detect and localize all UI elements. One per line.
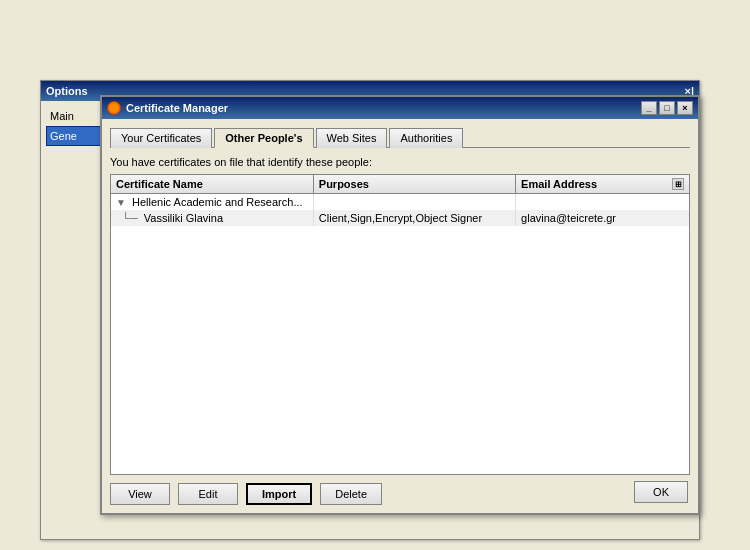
maximize-button[interactable]: □ xyxy=(659,101,675,115)
import-button[interactable]: Import xyxy=(246,483,312,505)
certificates-table: Certificate Name Purposes Email Address … xyxy=(111,175,689,226)
action-buttons: View Edit Import Delete xyxy=(110,483,690,505)
col-header-cert-name: Certificate Name xyxy=(111,175,313,194)
cert-name-cell: └─ Vassiliki Glavina xyxy=(111,210,313,226)
table-header-row: Certificate Name Purposes Email Address … xyxy=(111,175,689,194)
tabs-container: Your Certificates Other People's Web Sit… xyxy=(110,127,690,148)
table-row: ▼ Hellenic Academic and Research... xyxy=(111,194,689,211)
dialog-body: Your Certificates Other People's Web Sit… xyxy=(102,119,698,513)
titlebar-buttons: _ □ × xyxy=(641,101,693,115)
tab-your-certificates[interactable]: Your Certificates xyxy=(110,128,212,148)
certificates-table-container: Certificate Name Purposes Email Address … xyxy=(110,174,690,475)
tree-line-icon: └─ xyxy=(116,212,138,224)
cert-email-cell: glavina@teicrete.gr xyxy=(516,210,689,226)
tab-web-sites[interactable]: Web Sites xyxy=(316,128,388,148)
cert-name-label: Vassiliki Glavina xyxy=(144,212,223,224)
edit-button[interactable]: Edit xyxy=(178,483,238,505)
group-label: Hellenic Academic and Research... xyxy=(132,196,303,208)
cert-purposes-cell: Client,Sign,Encrypt,Object Signer xyxy=(313,210,515,226)
tab-authorities[interactable]: Authorities xyxy=(389,128,463,148)
options-title: Options xyxy=(46,85,88,97)
dialog-title: Certificate Manager xyxy=(126,102,228,114)
col-header-purposes: Purposes xyxy=(313,175,515,194)
col-resize-icon[interactable]: ⊞ xyxy=(672,178,684,190)
certificate-manager-dialog: Certificate Manager _ □ × Your Certifica… xyxy=(100,95,700,515)
delete-button[interactable]: Delete xyxy=(320,483,382,505)
group-purposes-cell xyxy=(313,194,515,211)
group-name-cell: ▼ Hellenic Academic and Research... xyxy=(111,194,313,211)
group-email-cell xyxy=(516,194,689,211)
ok-row: OK xyxy=(634,481,688,503)
table-row: └─ Vassiliki Glavina Client,Sign,Encrypt… xyxy=(111,210,689,226)
tree-expand-icon[interactable]: ▼ xyxy=(116,197,126,208)
view-button[interactable]: View xyxy=(110,483,170,505)
tab-other-peoples[interactable]: Other People's xyxy=(214,128,313,148)
firefox-icon xyxy=(107,101,121,115)
close-button[interactable]: × xyxy=(677,101,693,115)
table-body: ▼ Hellenic Academic and Research... └─ V… xyxy=(111,194,689,227)
titlebar-left: Certificate Manager xyxy=(107,101,228,115)
col-header-email: Email Address ⊞ xyxy=(516,175,689,194)
description-text: You have certificates on file that ident… xyxy=(110,156,690,168)
minimize-button[interactable]: _ xyxy=(641,101,657,115)
dialog-titlebar: Certificate Manager _ □ × xyxy=(102,97,698,119)
ok-button[interactable]: OK xyxy=(634,481,688,503)
